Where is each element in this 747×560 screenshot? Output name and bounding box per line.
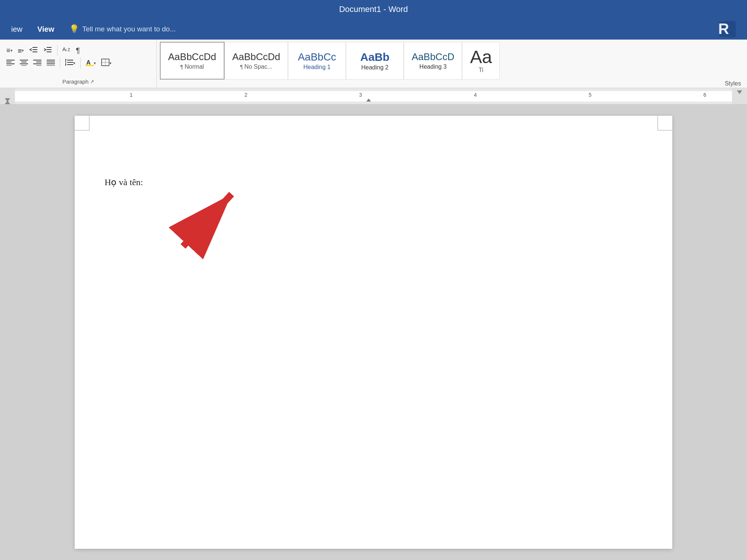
ribbon: ≡ ▾ ≡ ▾ — [0, 40, 747, 88]
paragraph-row1: ≡ ▾ ≡ ▾ — [4, 43, 152, 57]
list-number-button[interactable]: ≡ ▾ — [16, 46, 26, 56]
style-no-spacing[interactable]: AaBbCcDd ¶ No Spac... — [224, 42, 288, 80]
sort-icon: A↕Z — [62, 46, 71, 55]
page-corner-tr — [657, 116, 672, 131]
document-page: Họ và tên: — [75, 116, 672, 549]
paragraph-section: ≡ ▾ ≡ ▾ — [0, 40, 157, 88]
style-heading3-label: Heading 3 — [419, 63, 447, 70]
styles-section: AaBbCcDd ¶ Normal AaBbCcDd ¶ No Spac... … — [157, 40, 747, 88]
sort-button[interactable]: A↕Z — [61, 45, 72, 56]
style-title-preview: Aa — [470, 48, 492, 66]
pilcrow-button[interactable]: ¶ — [74, 45, 82, 56]
list-bullet-button[interactable]: ≡ ▾ — [4, 46, 15, 56]
style-normal[interactable]: AaBbCcDd ¶ Normal — [160, 42, 224, 80]
align-right-icon — [33, 59, 41, 67]
ruler-indent-triangle-bottom[interactable] — [5, 100, 10, 104]
svg-text:Z: Z — [68, 47, 70, 52]
ruler-mark-3: 3 — [359, 92, 362, 98]
ruler-mark-5: 5 — [589, 92, 592, 98]
ruler: 1 2 3 4 5 6 — [0, 88, 747, 105]
document-text: Họ và tên: — [105, 177, 143, 187]
pilcrow-icon: ¶ — [76, 46, 80, 55]
list-bullet-icon: ≡ — [6, 47, 10, 55]
line-spacing-button[interactable]: ▾ — [63, 58, 77, 68]
style-heading2-preview: AaBb — [360, 51, 390, 63]
indent-decrease-button[interactable] — [27, 45, 40, 56]
paragraph-row2: ▾ A ▾ ▾ — [4, 57, 152, 69]
ruler-mark-2: 2 — [244, 92, 247, 98]
title-text: Document1 - Word — [339, 4, 408, 14]
styles-label-row: Styles — [160, 80, 744, 87]
svg-rect-32 — [86, 65, 94, 66]
style-heading2[interactable]: AaBb Heading 2 — [346, 42, 404, 80]
page-corner-tl — [75, 116, 90, 131]
svg-text:R: R — [718, 21, 729, 37]
menu-item-view2[interactable]: View — [34, 23, 58, 36]
pilcrow-small2-icon: ¶ — [240, 64, 243, 70]
ruler-mark-6: 6 — [703, 92, 706, 98]
list-number-icon: ≡ — [18, 47, 22, 55]
shading-button[interactable]: A ▾ — [84, 57, 98, 69]
style-title[interactable]: Aa Ti — [462, 42, 500, 80]
style-title-label: Ti — [478, 67, 483, 74]
indent-increase-icon — [43, 46, 52, 55]
lightbulb-icon: 💡 — [69, 24, 79, 34]
paragraph-expand-icon[interactable]: ↗ — [90, 79, 94, 84]
align-center-icon — [20, 59, 28, 67]
align-left-icon — [6, 59, 15, 67]
tell-me-bar[interactable]: 💡 Tell me what you want to do... — [69, 24, 176, 34]
word-logo-icon: R — [715, 20, 738, 38]
borders-icon — [101, 59, 109, 68]
ruler-mark-4: 4 — [474, 92, 477, 98]
style-heading3[interactable]: AaBbCcD Heading 3 — [404, 42, 462, 80]
svg-text:↕: ↕ — [65, 48, 67, 52]
ruler-right-marker[interactable] — [737, 90, 742, 94]
style-no-spacing-preview: AaBbCcDd — [232, 51, 280, 63]
divider2 — [60, 57, 60, 69]
pilcrow-small-icon: ¶ — [180, 64, 183, 70]
align-left-button[interactable] — [4, 58, 16, 68]
title-bar: Document1 - Word — [0, 0, 747, 19]
align-right-button[interactable] — [31, 58, 43, 68]
paragraph-label: Paragraph ↗ — [62, 78, 94, 85]
style-normal-label: ¶ Normal — [180, 63, 204, 70]
styles-items-row: AaBbCcDd ¶ Normal AaBbCcDd ¶ No Spac... … — [160, 42, 744, 80]
divider3 — [80, 57, 81, 69]
menu-item-view1[interactable]: iew — [7, 23, 26, 36]
style-heading1[interactable]: AaBbCc Heading 1 — [288, 42, 346, 80]
document-area: Họ và tên: — [0, 105, 747, 560]
indent-increase-button[interactable] — [41, 45, 54, 56]
tab-stop-marker[interactable] — [366, 99, 371, 102]
svg-text:A: A — [86, 59, 91, 66]
justify-icon — [47, 59, 55, 67]
style-normal-preview: AaBbCcDd — [168, 51, 216, 63]
shading-icon: A — [86, 59, 94, 68]
align-center-button[interactable] — [18, 58, 30, 68]
style-heading2-label: Heading 2 — [361, 64, 388, 71]
styles-label: Styles — [725, 80, 741, 87]
menu-bar: iew View 💡 Tell me what you want to do..… — [0, 19, 747, 40]
style-no-spacing-label: ¶ No Spac... — [240, 63, 272, 70]
style-heading1-label: Heading 1 — [303, 64, 331, 71]
style-heading3-preview: AaBbCcD — [412, 51, 454, 63]
document-content[interactable]: Họ và tên: — [105, 175, 642, 189]
tell-me-text: Tell me what you want to do... — [82, 25, 176, 33]
divider1 — [57, 45, 58, 56]
style-heading1-preview: AaBbCc — [298, 51, 336, 63]
ruler-mark-1: 1 — [130, 92, 133, 98]
indent-decrease-icon — [29, 46, 38, 55]
justify-button[interactable] — [45, 58, 57, 68]
corner-logo: R — [713, 20, 740, 38]
line-spacing-icon — [65, 59, 73, 67]
borders-button[interactable]: ▾ — [99, 57, 114, 69]
